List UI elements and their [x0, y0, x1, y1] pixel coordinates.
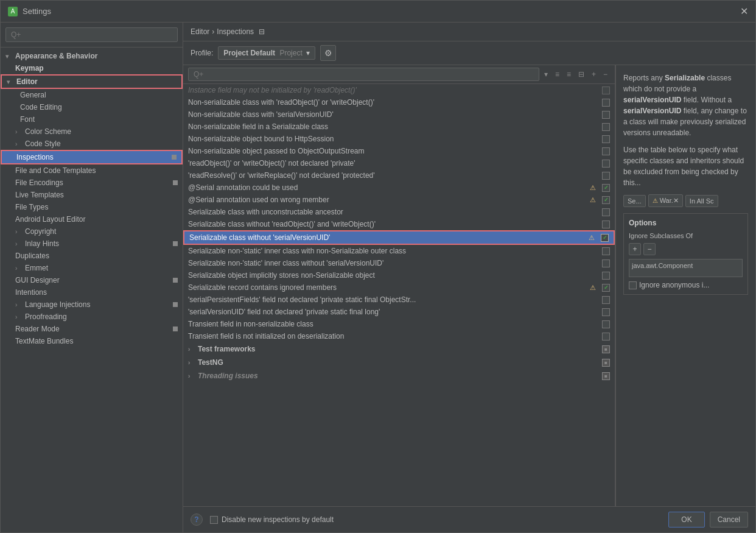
sidebar-item-copyright[interactable]: Copyright	[1, 225, 183, 238]
checkbox[interactable]	[602, 359, 610, 367]
sidebar-search-input[interactable]	[5, 27, 178, 42]
list-item[interactable]: Non-serializable object bound to HttpSes…	[183, 133, 615, 145]
sidebar-item-appearance[interactable]: Appearance & Behavior	[1, 50, 183, 62]
sidebar-item-intentions[interactable]: Intentions	[1, 286, 183, 298]
sidebar-item-code-editing[interactable]: Code Editing	[1, 101, 183, 113]
expand-icon	[188, 359, 195, 366]
list-item[interactable]: Serializable class with unconstructable …	[183, 206, 615, 218]
list-item[interactable]: Serializable object implicitly stores no…	[183, 269, 615, 281]
list-item[interactable]: 'serialPersistentFields' field not decla…	[183, 294, 615, 306]
list-item[interactable]: Non-serializable object passed to Object…	[183, 145, 615, 157]
checkbox[interactable]	[602, 86, 610, 94]
ok-button[interactable]: OK	[668, 512, 704, 528]
sidebar-item-file-types[interactable]: File Types	[1, 201, 183, 213]
sidebar-item-language-injections[interactable]: Language Injections	[1, 298, 183, 311]
sidebar-item-editor[interactable]: Editor	[1, 74, 183, 89]
scope-button[interactable]: In All Sc	[685, 195, 718, 207]
list-item[interactable]: Serializable non-'static' inner class wi…	[183, 257, 615, 269]
section-header-threading[interactable]: Threading issues	[183, 369, 615, 383]
checkbox[interactable]	[602, 99, 610, 107]
list-item[interactable]: Non-serializable class with 'readObject(…	[183, 96, 615, 108]
checkbox[interactable]	[602, 184, 610, 192]
sidebar-item-inspections[interactable]: Inspections	[1, 150, 183, 164]
list-item[interactable]: Transient field is not initialized on de…	[183, 330, 615, 342]
checkbox[interactable]	[601, 234, 609, 242]
checkbox[interactable]	[602, 259, 610, 267]
indicator-sq	[173, 327, 178, 331]
checkbox[interactable]	[602, 333, 610, 341]
list-item[interactable]: @Serial annotation could be used ⚠	[183, 182, 615, 194]
sidebar-item-inlay-hints[interactable]: Inlay Hints	[1, 238, 183, 250]
section-label: TestNG	[198, 358, 600, 367]
checkbox[interactable]	[602, 272, 610, 280]
checkbox[interactable]	[602, 284, 610, 292]
checkbox[interactable]	[602, 196, 610, 204]
sidebar-item-textmate[interactable]: TextMate Bundles	[1, 335, 183, 347]
checkbox[interactable]	[602, 221, 610, 228]
sidebar-item-proofreading[interactable]: Proofreading	[1, 311, 183, 323]
checkbox[interactable]	[602, 123, 610, 131]
gear-button[interactable]: ⚙	[320, 45, 336, 61]
ignore-anon-checkbox[interactable]	[629, 281, 637, 289]
checkbox[interactable]	[602, 172, 610, 180]
list-item[interactable]: Non-serializable field in a Serializable…	[183, 121, 615, 133]
remove-button[interactable]: −	[601, 69, 610, 80]
close-button[interactable]: ✕	[740, 5, 748, 17]
list-item[interactable]: Transient field in non-serializable clas…	[183, 318, 615, 330]
list-item[interactable]: Instance field may not be initialized by…	[183, 84, 615, 96]
checkbox[interactable]	[602, 111, 610, 119]
list-item-serializable-uid[interactable]: Serializable class without 'serialVersio…	[183, 230, 615, 245]
inspection-search-input[interactable]	[188, 68, 539, 81]
list-item[interactable]: @Serial annotation used on wrong member …	[183, 194, 615, 206]
sidebar-item-reader-mode[interactable]: Reader Mode	[1, 323, 183, 335]
list-item-class[interactable]: java.awt.Component	[632, 262, 740, 269]
checkbox[interactable]	[602, 320, 610, 328]
sidebar-item-color-scheme[interactable]: Color Scheme	[1, 125, 183, 138]
checkbox[interactable]	[602, 372, 610, 380]
help-button[interactable]: ?	[191, 514, 203, 526]
sidebar-item-file-encodings[interactable]: File Encodings	[1, 177, 183, 189]
checkbox[interactable]	[602, 247, 610, 255]
list-item[interactable]: 'readObject()' or 'writeObject()' not de…	[183, 157, 615, 169]
sidebar-item-emmet[interactable]: Emmet	[1, 262, 183, 274]
checkbox[interactable]	[602, 147, 610, 155]
list-item[interactable]: Serializable non-'static' inner class wi…	[183, 245, 615, 257]
indicator-sq	[173, 180, 178, 185]
add-button[interactable]: +	[589, 69, 598, 80]
section-header-test-frameworks[interactable]: Test frameworks	[183, 342, 615, 356]
cancel-button[interactable]: Cancel	[710, 512, 748, 528]
sidebar-item-keymap[interactable]: Keymap	[1, 62, 183, 74]
sidebar-item-general[interactable]: General	[1, 89, 183, 101]
profile-toolbar: Profile: Project Default Project ▾ ⚙	[183, 41, 755, 65]
checkbox[interactable]	[602, 296, 610, 304]
collapse-all-button[interactable]: ≡	[564, 69, 573, 80]
breadcrumb-icon[interactable]: ⊟	[259, 27, 265, 36]
add-class-button[interactable]: +	[629, 243, 641, 255]
remove-class-button[interactable]: −	[643, 243, 656, 255]
list-item[interactable]: 'serialVersionUID' field not declared 'p…	[183, 306, 615, 318]
list-item[interactable]: Non-serializable class with 'serialVersi…	[183, 108, 615, 121]
warn-button[interactable]: ⚠ War.✕	[648, 194, 683, 207]
sidebar-item-code-style[interactable]: Code Style	[1, 138, 183, 150]
list-item[interactable]: 'readResolve()' or 'writeReplace()' not …	[183, 169, 615, 182]
profile-dropdown[interactable]: Project Default Project ▾	[218, 46, 315, 60]
sidebar-item-file-templates[interactable]: File and Code Templates	[1, 164, 183, 177]
expand-all-button[interactable]: ≡	[553, 69, 562, 80]
severity-label-button[interactable]: Se...	[623, 195, 646, 207]
filter-button[interactable]: ▾	[542, 69, 550, 80]
group-button[interactable]: ⊟	[576, 69, 587, 80]
list-item[interactable]: Serializable class without 'readObject()…	[183, 218, 615, 230]
checkbox[interactable]	[602, 345, 610, 353]
sidebar-item-gui-designer[interactable]: GUI Designer	[1, 274, 183, 286]
checkbox[interactable]	[602, 208, 610, 216]
checkbox[interactable]	[602, 160, 610, 168]
sidebar-item-font[interactable]: Font	[1, 113, 183, 125]
sidebar-item-android-layout[interactable]: Android Layout Editor	[1, 213, 183, 225]
checkbox[interactable]	[602, 308, 610, 316]
section-header-testng[interactable]: TestNG	[183, 356, 615, 369]
sidebar-item-live-templates[interactable]: Live Templates	[1, 189, 183, 201]
sidebar-item-duplicates[interactable]: Duplicates	[1, 250, 183, 262]
list-item[interactable]: Serializable record contains ignored mem…	[183, 281, 615, 294]
disable-checkbox[interactable]	[210, 516, 218, 524]
checkbox[interactable]	[602, 135, 610, 143]
